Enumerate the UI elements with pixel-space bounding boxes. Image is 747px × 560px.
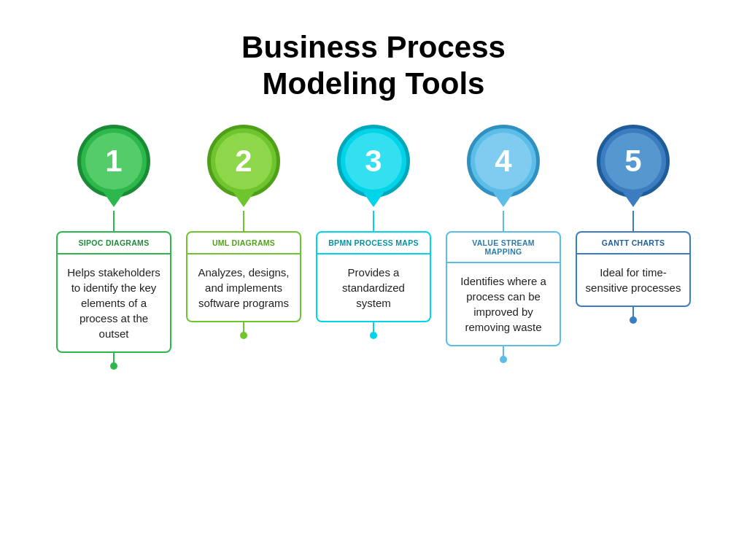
item-column-5: 5GANTT CHARTSIdeal for time-sensitive pr…	[572, 125, 694, 320]
card-header-5: GANTT CHARTS	[577, 233, 689, 254]
card-3: BPMN PROCESS MAPSProvides a standardized…	[316, 231, 431, 322]
bubble-3: 3	[337, 125, 410, 198]
card-header-3: BPMN PROCESS MAPS	[317, 233, 430, 254]
connector-top-4	[503, 211, 504, 231]
bubble-number-1: 1	[85, 133, 142, 190]
bubble-number-5: 5	[605, 133, 662, 190]
page-title: Business Process Modeling Tools	[241, 29, 506, 103]
connector-bottom-3	[373, 322, 374, 335]
bubble-number-4: 4	[475, 133, 532, 190]
connector-bottom-1	[113, 353, 115, 366]
card-5: GANTT CHARTSIdeal for time-sensitive pro…	[576, 231, 691, 307]
item-column-1: 1SIPOC DIAGRAMSHelps stakeholders to ide…	[53, 125, 175, 366]
bubble-number-3: 3	[345, 133, 402, 190]
bubble-4: 4	[467, 125, 540, 198]
connector-top-5	[632, 211, 634, 231]
connector-top-1	[113, 211, 115, 231]
connector-top-2	[243, 211, 244, 231]
card-1: SIPOC DIAGRAMSHelps stakeholders to iden…	[56, 231, 171, 353]
item-column-4: 4VALUE STREAM MAPPINGIdentifies where a …	[442, 125, 565, 359]
title-line1: Business Process	[241, 30, 506, 64]
card-body-5: Ideal for time-sensitive processes	[577, 254, 689, 306]
connector-bottom-5	[632, 307, 634, 320]
bubble-2: 2	[207, 125, 280, 198]
bubble-5: 5	[597, 125, 670, 198]
card-4: VALUE STREAM MAPPINGIdentifies where a p…	[446, 231, 561, 346]
item-column-2: 2UML DIAGRAMSAnalyzes, designs, and impl…	[182, 125, 305, 335]
connector-bottom-2	[243, 322, 244, 335]
card-body-4: Identifies where a process can be improv…	[447, 263, 560, 345]
item-column-3: 3BPMN PROCESS MAPSProvides a standardize…	[312, 125, 435, 335]
connector-bottom-4	[503, 346, 504, 359]
diagram-area: 1SIPOC DIAGRAMSHelps stakeholders to ide…	[0, 125, 747, 366]
card-header-1: SIPOC DIAGRAMS	[58, 233, 170, 254]
card-header-4: VALUE STREAM MAPPING	[447, 233, 560, 263]
bubble-number-2: 2	[215, 133, 272, 190]
card-body-2: Analyzes, designs, and implements softwa…	[187, 254, 300, 321]
bubble-1: 1	[77, 125, 150, 198]
card-2: UML DIAGRAMSAnalyzes, designs, and imple…	[186, 231, 301, 322]
card-body-1: Helps stakeholders to identify the key e…	[58, 254, 170, 351]
title-line2: Modeling Tools	[263, 66, 485, 101]
card-header-2: UML DIAGRAMS	[187, 233, 300, 254]
card-body-3: Provides a standardized system	[317, 254, 430, 321]
connector-top-3	[373, 211, 374, 231]
